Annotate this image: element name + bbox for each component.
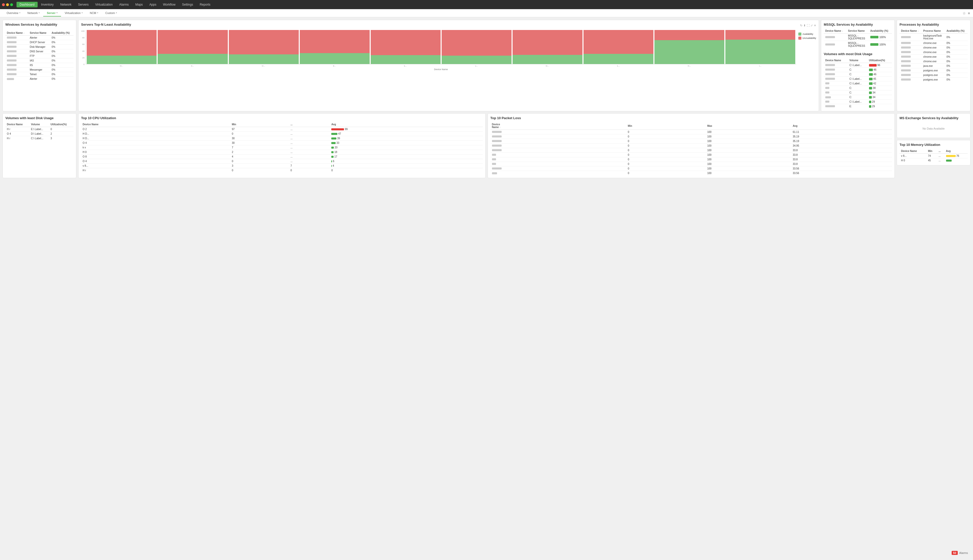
col-max: Max xyxy=(706,122,791,130)
sort-icon: ↕ xyxy=(842,30,843,32)
device-bar xyxy=(7,50,17,52)
col-device[interactable]: Device Name ↕ xyxy=(824,28,846,33)
subnav-overview[interactable]: Overview ▾ xyxy=(3,10,24,17)
link-icon[interactable]: ⛶ xyxy=(807,24,809,27)
windows-services-title: Windows Services by Availability xyxy=(5,23,73,27)
nav-alarms[interactable]: Alarms xyxy=(116,2,132,7)
device-bar xyxy=(825,96,831,98)
table-row: 0 100 33.56 xyxy=(491,171,892,175)
device-bar xyxy=(901,65,911,67)
right-col: MS Exchange Services by Availability No … xyxy=(897,113,970,178)
subnav-custom[interactable]: Custom ▾ xyxy=(102,10,120,17)
subnav-virtualization[interactable]: Virtualization ▾ xyxy=(61,10,86,17)
volumes-most-table: Device Name Volume Utilization(%) C:\ La… xyxy=(824,58,892,108)
bar-group xyxy=(300,30,370,64)
table-row: O 4 30 ... 33 xyxy=(81,141,483,145)
table-row: 0 100 33.8 xyxy=(491,157,892,162)
legend-available: Availability xyxy=(798,33,816,35)
nav-servers[interactable]: Servers xyxy=(75,2,92,7)
nav-settings[interactable]: Settings xyxy=(179,2,196,7)
util-bar xyxy=(869,96,872,98)
cpu-title: Top 10 CPU Utilization xyxy=(81,116,483,120)
device-bar xyxy=(825,101,829,103)
packet-loss-card: Top 10 Packet Loss DeviceName ↕ Min Max … xyxy=(487,113,895,178)
device-bar xyxy=(825,105,835,107)
center-charts: Top 10 CPU Utilization Device Name Min .… xyxy=(78,113,895,178)
subnav-server[interactable]: Server ▾ xyxy=(43,10,61,17)
chart-header: Servers Top-N Least Availability ↻ ⬇ ⛶ ⤢… xyxy=(81,23,816,28)
table-row: C: 38 xyxy=(824,86,892,90)
bar-group xyxy=(584,30,653,64)
table-row: backgroundTaskHost.exe 0% xyxy=(900,33,968,41)
close-button[interactable] xyxy=(2,3,5,6)
cpu-bar xyxy=(331,133,337,135)
device-bar xyxy=(492,149,502,151)
table-row: 0 100 61.11 xyxy=(491,130,892,134)
nav-maps[interactable]: Maps xyxy=(132,2,146,7)
cpu-bar xyxy=(331,137,336,140)
table-row: postgres.exe 0% xyxy=(900,68,968,73)
bar-group xyxy=(229,30,299,64)
sub-navigation: Overview ▾ Network ▾ Server ▾ Virtualiza… xyxy=(0,9,973,17)
nav-network[interactable]: Network xyxy=(57,2,75,7)
minimize-button[interactable] xyxy=(6,3,9,6)
processes-table: Device Name ↕ Process Name Availability … xyxy=(900,28,968,82)
x-label: k... xyxy=(371,65,441,67)
sort-icon: ↕ xyxy=(23,32,24,34)
col-process: Process Name xyxy=(922,28,945,33)
nav-dashboard[interactable]: Dashboard xyxy=(17,2,38,7)
table-row: chrome.exe 0% xyxy=(900,59,968,64)
cpu-bar xyxy=(331,156,334,158)
nav-reports[interactable]: Reports xyxy=(197,2,213,7)
col-service: Service Name xyxy=(846,28,868,33)
bar-group xyxy=(158,30,227,64)
chevron-down-icon: ▾ xyxy=(38,12,40,14)
availability-bar xyxy=(870,43,878,46)
subnav-network[interactable]: Network ▾ xyxy=(24,10,43,17)
device-bar xyxy=(7,68,17,71)
table-row: Telnet 0% xyxy=(5,72,73,77)
device-bar xyxy=(492,158,496,160)
col-volume: Volume xyxy=(30,122,49,127)
ms-exchange-card: MS Exchange Services by Availability No … xyxy=(897,113,970,138)
device-bar xyxy=(492,172,497,174)
menu-icon[interactable]: ≡ xyxy=(968,11,970,15)
subnav-ncm[interactable]: NCM ▾ xyxy=(86,10,102,17)
volumes-least-title: Volumes with least Disk Usage xyxy=(5,116,73,120)
cpu-utilization-card: Top 10 CPU Utilization Device Name Min .… xyxy=(78,113,486,178)
close-icon[interactable]: ✕ xyxy=(814,24,816,27)
table-row: IIS 0% xyxy=(5,63,73,68)
col-device[interactable]: Device Name ↕ xyxy=(900,28,922,33)
x-label: O... xyxy=(512,65,582,67)
table-row: chrome.exe 0% xyxy=(900,41,968,45)
nav-inventory[interactable]: Inventory xyxy=(38,2,57,7)
table-row: 0 100 33.8 xyxy=(491,153,892,157)
device-bar xyxy=(7,73,17,75)
nav-virtualization[interactable]: Virtualization xyxy=(92,2,115,7)
volumes-least-table: Device Name Volume Utilization(%) H r E:… xyxy=(5,122,73,140)
device-bar xyxy=(901,56,911,58)
col-device: Device Name xyxy=(81,122,230,127)
x-label: H... xyxy=(654,65,724,67)
table-row: v 8... 74 ... 76 xyxy=(900,154,968,158)
maximize-button[interactable] xyxy=(10,3,13,6)
col-device-name[interactable]: Device Name ↕ xyxy=(5,30,28,35)
col-service-name[interactable]: Service Name xyxy=(28,30,50,35)
device-bar xyxy=(492,167,502,170)
legend-color-unavailable xyxy=(798,37,801,40)
cpu-bar xyxy=(331,142,335,144)
y-axis: 100 80 60 40 20 0 xyxy=(81,30,85,71)
nav-apps[interactable]: Apps xyxy=(147,2,159,7)
util-bar xyxy=(869,105,871,108)
star-icon[interactable]: ☆ xyxy=(963,11,966,15)
device-bar xyxy=(7,46,17,48)
expand-icon[interactable]: ⤢ xyxy=(811,24,813,27)
mssql-table: Device Name ↕ Service Name Availability … xyxy=(824,28,892,48)
cpu-bar xyxy=(331,151,334,153)
device-bar xyxy=(825,43,835,45)
refresh-icon[interactable]: ↻ xyxy=(800,24,803,27)
availability-bar xyxy=(870,36,878,38)
row-1: Windows Services by Availability Device … xyxy=(3,20,970,111)
download-icon[interactable]: ⬇ xyxy=(803,24,806,27)
nav-workflow[interactable]: Workflow xyxy=(160,2,179,7)
